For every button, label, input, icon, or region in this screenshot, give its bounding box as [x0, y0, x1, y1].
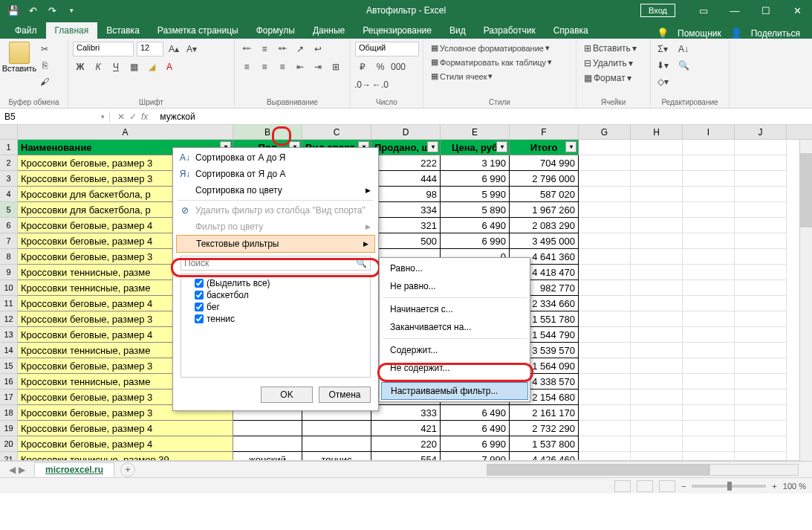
cell[interactable] — [683, 436, 735, 452]
tab-file[interactable]: Файл — [6, 22, 46, 39]
align-middle-icon[interactable]: ≡ — [257, 42, 272, 56]
tab-insert[interactable]: Вставка — [97, 22, 149, 39]
cell[interactable] — [735, 202, 787, 218]
qat-customize-icon[interactable]: ▾ — [64, 3, 79, 18]
row-header[interactable]: 19 — [0, 421, 18, 436]
cell[interactable]: 2 083 290 — [510, 218, 579, 233]
cell[interactable] — [735, 155, 787, 171]
wrap-text-icon[interactable]: ↩ — [311, 42, 325, 56]
filter-arrow-icon[interactable]: ▾ — [427, 141, 438, 152]
col-header-j[interactable]: J — [735, 125, 787, 139]
font-name-select[interactable]: Calibri — [73, 42, 134, 56]
cell[interactable] — [631, 296, 683, 311]
border-icon[interactable]: ▦ — [126, 59, 141, 74]
row-header[interactable]: 14 — [0, 343, 18, 358]
filter-arrow-icon[interactable]: ▾ — [496, 141, 507, 152]
cell[interactable] — [683, 265, 735, 280]
tab-layout[interactable]: Разметка страницы — [149, 22, 247, 39]
col-header-i[interactable]: I — [683, 125, 735, 139]
format-painter-icon[interactable]: 🖌 — [37, 74, 52, 89]
cell[interactable] — [683, 358, 735, 374]
bold-button[interactable]: Ж — [73, 59, 88, 74]
page-layout-view-icon[interactable] — [637, 480, 653, 492]
cell[interactable] — [683, 218, 735, 233]
cell[interactable] — [683, 171, 735, 187]
tab-home[interactable]: Главная — [46, 22, 98, 39]
cell[interactable]: 4 426 460 — [510, 452, 579, 461]
cell[interactable] — [735, 233, 787, 249]
cell[interactable]: 500 — [371, 233, 441, 249]
row-header[interactable]: 20 — [0, 436, 18, 452]
cell[interactable] — [579, 311, 631, 327]
comma-icon[interactable]: 000 — [391, 59, 406, 74]
cell[interactable] — [735, 405, 787, 421]
minimize-icon[interactable]: — — [720, 0, 750, 21]
zoom-level[interactable]: 100 % — [783, 482, 806, 491]
cell[interactable] — [579, 280, 631, 296]
clear-icon[interactable]: ◇▾ — [655, 74, 670, 89]
normal-view-icon[interactable] — [614, 480, 631, 492]
cell[interactable] — [735, 311, 787, 327]
table-header[interactable]: Итого▾ — [510, 140, 579, 155]
cell[interactable] — [735, 374, 787, 390]
cell[interactable]: 6 990 — [441, 233, 510, 249]
zoom-slider[interactable] — [692, 485, 766, 488]
cell[interactable] — [631, 265, 683, 280]
cell[interactable] — [735, 265, 787, 280]
cell[interactable] — [683, 233, 735, 249]
save-icon[interactable]: 💾 — [6, 3, 21, 18]
format-as-table-button[interactable]: ▦ Форматировать как таблицу ▾ — [428, 56, 571, 68]
cell[interactable]: 98 — [371, 187, 441, 202]
zoom-out-icon[interactable]: − — [681, 482, 686, 491]
cell[interactable]: 6 990 — [441, 171, 510, 187]
merge-icon[interactable]: ⊞ — [328, 59, 343, 74]
page-break-view-icon[interactable] — [659, 480, 675, 492]
cell[interactable]: теннис — [302, 452, 371, 461]
filter-not-contains-item[interactable]: Не содержит... — [380, 359, 530, 377]
cell[interactable] — [631, 280, 683, 296]
filter-check-item[interactable]: бег — [184, 301, 367, 313]
cell[interactable] — [579, 155, 631, 171]
find-icon[interactable]: 🔍 — [673, 58, 694, 73]
align-center-icon[interactable]: ≡ — [257, 59, 272, 74]
delete-cells-button[interactable]: ⊟ Удалить ▾ — [581, 56, 646, 70]
row-header[interactable]: 6 — [0, 218, 18, 233]
underline-button[interactable]: Ч — [108, 59, 123, 74]
italic-button[interactable]: К — [91, 59, 105, 74]
cell[interactable] — [631, 202, 683, 218]
cell[interactable] — [631, 311, 683, 327]
cell[interactable] — [631, 452, 683, 461]
filter-arrow-icon[interactable]: ▾ — [565, 141, 576, 152]
align-right-icon[interactable]: ≡ — [275, 59, 290, 74]
align-top-icon[interactable]: ⬴ — [239, 42, 254, 56]
cell[interactable] — [579, 405, 631, 421]
col-header-e[interactable]: E — [441, 125, 510, 139]
cell[interactable] — [683, 202, 735, 218]
shrink-font-icon[interactable]: A▾ — [184, 42, 199, 56]
cell[interactable] — [735, 436, 787, 452]
row-header[interactable]: 17 — [0, 390, 18, 405]
cell[interactable] — [631, 421, 683, 436]
tell-me[interactable]: Помощник — [678, 28, 721, 39]
fx-icon[interactable]: fx — [141, 112, 148, 122]
cell[interactable] — [735, 140, 787, 155]
cell[interactable]: 5 990 — [441, 187, 510, 202]
cell[interactable] — [631, 218, 683, 233]
cell[interactable] — [683, 140, 735, 155]
formula-input[interactable]: мужской — [155, 112, 812, 122]
col-header-c[interactable]: C — [302, 125, 371, 139]
cell[interactable] — [579, 436, 631, 452]
cell[interactable] — [631, 343, 683, 358]
col-header-b[interactable]: B — [233, 125, 302, 139]
sort-az-item[interactable]: A↓Сортировка от А до Я — [175, 149, 377, 166]
cell[interactable] — [579, 218, 631, 233]
cell[interactable] — [683, 249, 735, 265]
cell[interactable] — [631, 187, 683, 202]
cell[interactable] — [683, 374, 735, 390]
cell[interactable] — [579, 202, 631, 218]
cell[interactable] — [631, 374, 683, 390]
col-header-a[interactable]: A — [18, 125, 233, 139]
filter-search[interactable]: 🔍 — [181, 256, 371, 271]
row-header[interactable]: 11 — [0, 296, 18, 311]
cell[interactable] — [631, 155, 683, 171]
